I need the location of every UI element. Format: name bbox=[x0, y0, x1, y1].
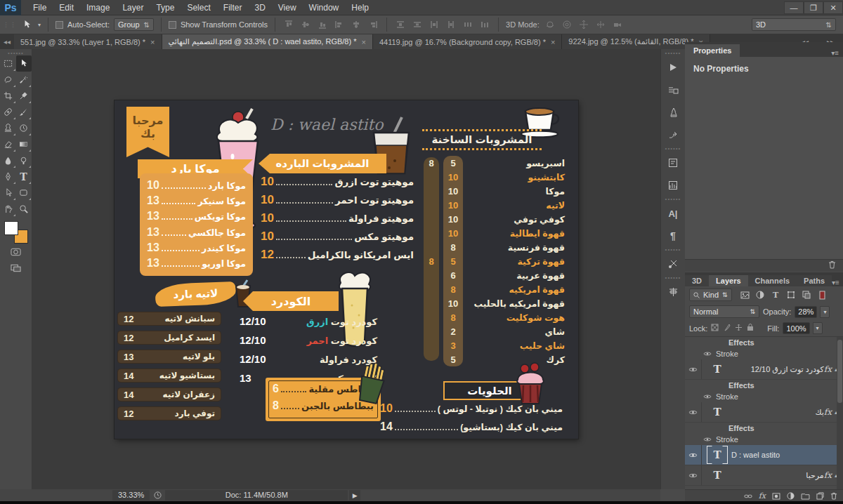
dock-drag-handle[interactable]: •••••• bbox=[665, 51, 681, 56]
tool-preset-caret-icon[interactable]: ▾ bbox=[38, 22, 41, 28]
eraser-tool[interactable] bbox=[1, 136, 16, 152]
filter-smart-objects-icon[interactable] bbox=[800, 289, 813, 301]
tab-layers[interactable]: Layers bbox=[709, 275, 747, 286]
delete-layer-icon[interactable] bbox=[830, 492, 837, 500]
rectangular-marquee-tool[interactable] bbox=[1, 55, 16, 72]
3d-slide-icon[interactable] bbox=[594, 19, 607, 30]
menu-type[interactable]: Type bbox=[150, 0, 181, 15]
tab-channels[interactable]: Channels bbox=[748, 275, 797, 286]
crop-tool[interactable] bbox=[1, 88, 16, 104]
align-bottom-edges-icon[interactable] bbox=[316, 19, 329, 30]
layer-fx-badge[interactable]: fx bbox=[824, 407, 832, 417]
tab-properties[interactable]: Properties bbox=[685, 44, 740, 57]
visibility-toggle[interactable] bbox=[685, 402, 702, 422]
auto-select-checkbox[interactable] bbox=[55, 21, 63, 29]
layer-row-wael-astito-selected[interactable]: T D : wael astito bbox=[685, 445, 843, 465]
menu-select[interactable]: Select bbox=[181, 0, 216, 15]
menu-layer[interactable]: Layer bbox=[116, 0, 150, 15]
3d-orbit-icon[interactable] bbox=[544, 19, 556, 30]
visibility-toggle[interactable] bbox=[685, 465, 702, 485]
histogram-panel-icon[interactable] bbox=[664, 176, 682, 194]
filter-pixel-layers-icon[interactable] bbox=[738, 289, 752, 301]
3d-zoom-camera-icon[interactable] bbox=[611, 19, 624, 30]
layer-name[interactable]: كودرد توت ازرق 12/10 bbox=[731, 365, 824, 374]
eyedropper-tool[interactable] bbox=[16, 88, 32, 104]
align-vertical-centers-icon[interactable] bbox=[299, 19, 312, 30]
3d-pan-icon[interactable] bbox=[577, 19, 590, 30]
distribute-right-edges-icon[interactable] bbox=[478, 19, 491, 30]
clone-source-panel-icon[interactable] bbox=[664, 126, 682, 144]
effects-row[interactable]: Effects bbox=[685, 423, 843, 434]
paragraph-panel-icon[interactable]: ¶ bbox=[664, 227, 682, 245]
align-top-edges-icon[interactable] bbox=[282, 19, 295, 30]
type-tool[interactable]: T bbox=[16, 168, 32, 185]
effects-row[interactable]: Effects bbox=[685, 380, 843, 391]
document-tab-2-active[interactable]: التصميم النهائي.psd @ 33.3% ( D : wael a… bbox=[162, 34, 373, 49]
hand-tool[interactable] bbox=[1, 201, 16, 217]
zoom-tool[interactable] bbox=[16, 201, 32, 217]
healing-brush-tool[interactable] bbox=[1, 104, 16, 120]
lock-transparent-pixels-icon[interactable] bbox=[711, 324, 719, 333]
layer-comps-panel-icon[interactable] bbox=[664, 81, 682, 99]
filter-kind-dropdown[interactable]: Kind⇅ bbox=[689, 289, 732, 301]
foreground-color-swatch[interactable] bbox=[4, 221, 18, 235]
quick-mask-icon[interactable] bbox=[11, 248, 21, 258]
align-right-edges-icon[interactable] bbox=[367, 19, 379, 30]
menu-file[interactable]: File bbox=[27, 0, 53, 15]
move-tool[interactable] bbox=[16, 55, 32, 72]
actions-panel-icon[interactable] bbox=[664, 58, 682, 77]
distribute-bottom-edges-icon[interactable] bbox=[428, 19, 440, 30]
distribute-vertical-centers-icon[interactable] bbox=[411, 19, 424, 30]
canvas-area[interactable]: مرحبابك D : wael astito المشروبا bbox=[32, 49, 660, 489]
text-layer-thumbnail[interactable]: T bbox=[709, 468, 726, 482]
panel-menu-icon[interactable]: ▾≡ bbox=[832, 279, 839, 286]
workspace-dropdown[interactable]: 3D⇅ bbox=[752, 18, 836, 31]
character-panel-icon[interactable]: A| bbox=[664, 204, 682, 223]
fill-dropdown-icon[interactable]: ▾ bbox=[813, 322, 823, 334]
lock-all-icon[interactable] bbox=[747, 323, 754, 333]
tool-presets-panel-icon[interactable] bbox=[664, 255, 682, 273]
auto-select-target-dropdown[interactable]: Group⇅ bbox=[114, 18, 154, 31]
effects-row[interactable]: Effects bbox=[685, 337, 843, 348]
document-tab-1[interactable]: 551.jpg @ 33.3% (Layer 1, RGB/8) * × bbox=[14, 34, 162, 49]
tab-paths[interactable]: Paths bbox=[797, 275, 832, 286]
opacity-value[interactable]: 28% bbox=[795, 306, 817, 318]
pen-tool[interactable] bbox=[1, 168, 16, 185]
new-group-icon[interactable] bbox=[801, 493, 810, 500]
tab-close-icon[interactable]: × bbox=[150, 38, 155, 46]
visibility-toggle[interactable] bbox=[685, 359, 702, 379]
layer-name[interactable]: بك bbox=[731, 408, 824, 417]
text-layer-thumbnail[interactable]: T bbox=[709, 405, 726, 419]
lock-image-pixels-icon[interactable] bbox=[723, 324, 731, 333]
menu-window[interactable]: Window bbox=[303, 0, 346, 15]
layer-row-kodred[interactable]: T كودرد توت ازرق 12/10 fx ▴ bbox=[685, 359, 843, 380]
layer-row-marhaba[interactable]: T مرحبا fx ▴ bbox=[685, 465, 843, 486]
filter-toggle-icon[interactable] bbox=[816, 289, 829, 301]
text-layer-thumbnail[interactable]: T bbox=[709, 448, 726, 462]
gradient-tool[interactable] bbox=[16, 136, 32, 152]
fill-value[interactable]: 100% bbox=[783, 322, 809, 334]
distribute-top-edges-icon[interactable] bbox=[394, 19, 407, 30]
lasso-tool[interactable] bbox=[1, 72, 16, 88]
menu-design-artboard[interactable]: مرحبابك D : wael astito المشروبا bbox=[115, 100, 578, 439]
opacity-dropdown-icon[interactable]: ▾ bbox=[820, 306, 830, 318]
screen-mode-icon[interactable] bbox=[11, 264, 21, 274]
filter-adjustment-layers-icon[interactable] bbox=[754, 289, 767, 301]
menu-filter[interactable]: Filter bbox=[217, 0, 249, 15]
info-panel-icon[interactable] bbox=[664, 154, 682, 172]
history-brush-tool[interactable] bbox=[16, 120, 32, 136]
blend-mode-dropdown[interactable]: Normal⇅ bbox=[689, 305, 759, 318]
layer-styles-icon[interactable]: fx bbox=[759, 491, 766, 500]
menu-3d[interactable]: 3D bbox=[248, 0, 271, 15]
distribute-left-edges-icon[interactable] bbox=[445, 19, 457, 30]
options-drag-handle[interactable]: ⋮⋮ bbox=[3, 21, 17, 28]
stroke-effect-row[interactable]: Stroke bbox=[685, 348, 843, 359]
layer-name[interactable]: مرحبا bbox=[731, 471, 824, 480]
panel-menu-icon[interactable]: ▾≡ bbox=[831, 49, 839, 57]
restore-button[interactable]: ❐ bbox=[804, 1, 823, 14]
show-transform-controls-checkbox[interactable] bbox=[169, 21, 176, 29]
distribute-horizontal-centers-icon[interactable] bbox=[462, 19, 474, 30]
magic-wand-tool[interactable] bbox=[16, 72, 32, 88]
layer-name[interactable]: D : wael astito bbox=[731, 451, 843, 459]
rectangle-shape-tool[interactable] bbox=[16, 185, 32, 201]
